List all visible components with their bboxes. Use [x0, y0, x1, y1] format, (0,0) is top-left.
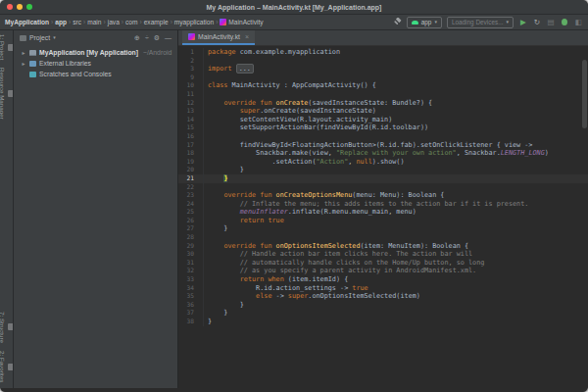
fold-column — [197, 250, 203, 259]
code-line[interactable]: 27 } — [178, 224, 588, 233]
settings-button[interactable]: ⚙ — [154, 34, 160, 41]
breadcrumb-item[interactable]: src — [73, 19, 81, 25]
fold-column — [197, 208, 203, 217]
code-line[interactable]: 36 } — [178, 301, 588, 310]
code-line[interactable]: 31 // automatically handle clicks on the… — [178, 259, 588, 268]
code-line[interactable]: 18 Snackbar.make(view, "Replace with you… — [178, 149, 588, 158]
code-line[interactable]: 24 // Inflate the menu; this adds items … — [178, 200, 588, 209]
locate-file-button[interactable]: ⊕ — [134, 34, 140, 41]
breadcrumb-item[interactable]: MyApplication — [5, 19, 49, 25]
fold-column — [197, 48, 203, 57]
code-line[interactable]: 35 else -> super.onOptionsItemSelected(i… — [178, 292, 588, 301]
expand-chevron-icon[interactable]: ▸ — [21, 60, 26, 67]
debug-button[interactable] — [560, 19, 569, 25]
code-line[interactable]: 13 super.onCreate(savedInstanceState) — [178, 107, 588, 116]
breadcrumb-item[interactable]: app — [55, 19, 67, 25]
minimize-window-button[interactable] — [17, 4, 23, 10]
fold-column — [197, 174, 203, 183]
code-line[interactable]: 29 override fun onOptionsItemSelected(it… — [178, 242, 588, 251]
breadcrumb-item[interactable]: myapplication — [174, 19, 214, 25]
code-line[interactable]: 32 // as you specify a parent activity i… — [178, 267, 588, 275]
breadcrumb-item[interactable]: com — [125, 19, 137, 25]
code-line[interactable]: 17 findViewById<FloatingActionButton>(R.… — [178, 141, 588, 150]
code-line[interactable]: 14 setContentView(R.layout.activity_main… — [178, 116, 588, 124]
code-line[interactable]: 11 — [178, 90, 588, 99]
chevron-down-icon[interactable]: ▾ — [53, 35, 56, 40]
breadcrumb-item[interactable]: MainActivity — [220, 19, 263, 25]
fold-column — [197, 74, 203, 82]
code-line[interactable]: 34 R.id.action_settings -> true — [178, 284, 588, 293]
breadcrumb-item-label: main — [87, 19, 101, 25]
code-editor[interactable]: 1package com.example.myapplication23impo… — [178, 46, 588, 388]
code-line[interactable]: 21 } — [178, 174, 588, 183]
breadcrumb-separator: › — [104, 19, 106, 25]
run-configuration-select[interactable]: app ▾ — [407, 17, 442, 28]
code-lines: 1package com.example.myapplication23impo… — [178, 48, 588, 326]
expand-chevron-icon[interactable]: ▸ — [21, 49, 26, 56]
code-line[interactable]: 33 return when (item.itemId) { — [178, 275, 588, 284]
code-line[interactable]: 15 setSupportActionBar(findViewById(R.id… — [178, 123, 588, 132]
code-line[interactable]: 22 — [178, 183, 588, 192]
gutter: 31 — [178, 259, 204, 268]
project-panel-title[interactable]: Project — [29, 34, 50, 41]
code-line[interactable]: 23 override fun onCreateOptionsMenu(menu… — [178, 191, 588, 200]
code-line[interactable]: 12 override fun onCreate(savedInstanceSt… — [178, 99, 588, 108]
editor-area: MainActivity.kt × 1package com.example.m… — [178, 30, 588, 388]
code-line[interactable]: 26 return true — [178, 217, 588, 225]
gutter: 38 — [178, 318, 204, 326]
code-line[interactable]: 37 } — [178, 309, 588, 318]
code-line[interactable]: 19 .setAction("Action", null).show() — [178, 158, 588, 167]
tool-button-resource-manager[interactable]: Resource Manager — [0, 64, 14, 123]
project-tree: ▸MyApplication [My Application]~/Android… — [14, 45, 177, 79]
close-icon[interactable]: × — [245, 33, 249, 40]
line-number: 17 — [178, 141, 197, 150]
line-number: 13 — [178, 107, 197, 116]
apply-changes-button[interactable]: ↻ — [532, 19, 542, 26]
breadcrumb-item[interactable]: java — [108, 19, 120, 25]
code-line-text: } — [204, 309, 227, 318]
code-line[interactable]: 16 — [178, 132, 588, 141]
code-line-text: override fun onCreate(savedInstanceState… — [204, 99, 432, 108]
project-panel-icon — [20, 35, 26, 41]
run-button[interactable]: ▶ — [518, 19, 528, 26]
editor-scrollbar[interactable] — [582, 60, 587, 128]
code-line[interactable]: 9 — [178, 74, 588, 82]
apply-code-changes-button[interactable]: ▤ — [546, 19, 556, 26]
collapse-all-button[interactable]: ÷ — [145, 34, 149, 41]
tree-row[interactable]: ▸External Libraries — [14, 58, 177, 69]
code-line[interactable]: 1package com.example.myapplication — [178, 48, 588, 57]
code-line[interactable]: 30 // Handle action bar item clicks here… — [178, 250, 588, 259]
gutter: 15 — [178, 123, 204, 132]
code-line[interactable]: 3import ... — [178, 65, 588, 74]
profiler-button[interactable]: ◧ — [573, 19, 583, 26]
code-line[interactable]: 10class MainActivity : AppCompatActivity… — [178, 81, 588, 90]
close-window-button[interactable] — [7, 4, 13, 10]
fold-column — [197, 191, 203, 200]
zoom-window-button[interactable] — [26, 4, 32, 10]
title-bar: My Application – MainActivity.kt [My_App… — [0, 0, 588, 15]
tree-row[interactable]: ▸MyApplication [My Application]~/Android — [14, 47, 177, 58]
code-line-text: menuInflater.inflate(R.menu.menu_main, m… — [204, 208, 416, 217]
code-line-text — [204, 233, 208, 242]
tool-button-favorites[interactable]: 2: Favorites — [0, 347, 14, 386]
fold-column — [197, 224, 203, 233]
code-line-text: // Inflate the menu; this adds items to … — [204, 200, 528, 209]
code-line[interactable]: 20 } — [178, 166, 588, 174]
line-number: 29 — [178, 242, 197, 251]
code-line[interactable]: 25 menuInflater.inflate(R.menu.menu_main… — [178, 208, 588, 217]
tree-row[interactable]: Scratches and Consoles — [14, 69, 177, 79]
device-select[interactable]: Loading Devices... ▾ — [447, 17, 514, 28]
tool-button-structure[interactable]: 7: Structure — [0, 308, 14, 347]
breadcrumb-separator: › — [69, 19, 71, 25]
tab-mainactivity[interactable]: MainActivity.kt × — [182, 30, 255, 45]
gutter: 19 — [178, 158, 204, 167]
code-line[interactable]: 28 — [178, 233, 588, 242]
line-number: 21 — [178, 174, 197, 183]
hide-panel-button[interactable]: — — [165, 34, 172, 41]
build-hammer-icon[interactable] — [393, 18, 402, 26]
breadcrumb-item[interactable]: example — [144, 19, 169, 25]
breadcrumb-item[interactable]: main — [87, 19, 101, 25]
line-number: 11 — [178, 90, 197, 99]
code-line[interactable]: 38} — [178, 318, 588, 326]
tool-button-project[interactable]: 1: Project — [0, 30, 14, 64]
